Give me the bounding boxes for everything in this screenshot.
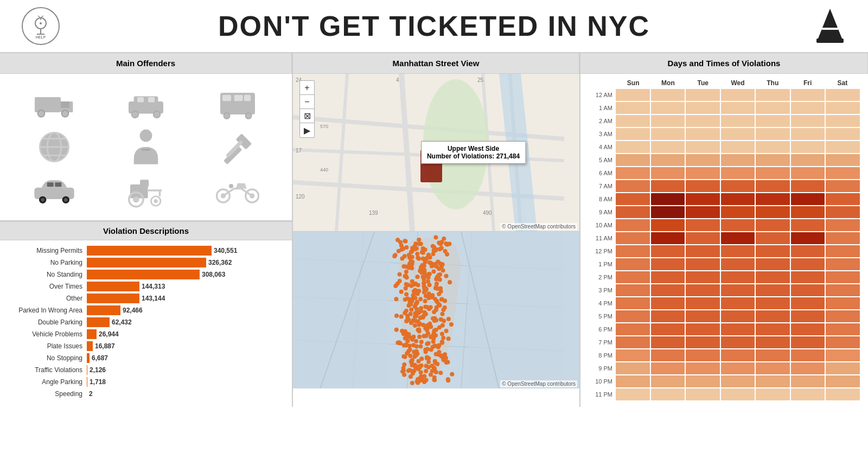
heatmap-cell xyxy=(721,167,755,179)
heatmap-cell xyxy=(651,323,685,335)
heatmap-cell xyxy=(721,245,755,257)
heatmap-cell xyxy=(826,141,860,153)
svg-point-293 xyxy=(413,315,417,319)
svg-point-336 xyxy=(416,328,420,332)
heatmap-day-label: Sat xyxy=(825,79,860,87)
heatmap-cell xyxy=(616,336,650,348)
map-home-button[interactable]: ⊠ xyxy=(300,109,314,123)
svg-rect-23 xyxy=(222,95,231,101)
heatmap-time-label: 12 PM xyxy=(589,248,616,254)
violation-label: Other xyxy=(8,295,87,302)
svg-point-374 xyxy=(426,341,431,346)
violation-row: Other 143,144 xyxy=(8,294,284,303)
heatmap-cell xyxy=(721,154,755,166)
svg-point-43 xyxy=(41,198,44,202)
svg-rect-24 xyxy=(234,95,243,101)
violation-label: Plate Issues xyxy=(8,342,87,350)
zoom-in-button[interactable]: + xyxy=(300,81,314,95)
violation-bar-wrap: 16,887 xyxy=(87,341,284,351)
violation-row: Angle Parking 1,718 xyxy=(8,377,284,387)
heatmap-cell xyxy=(791,193,825,205)
heatmap-cell xyxy=(721,271,755,283)
svg-rect-45 xyxy=(47,182,53,187)
heatmap-cell xyxy=(756,375,790,387)
heatmap-cell xyxy=(616,206,650,218)
svg-point-88 xyxy=(417,238,421,242)
heatmap-row: 1 AM xyxy=(589,102,860,114)
heatmap-time-label: 7 PM xyxy=(589,339,616,346)
heatmap-time-label: 11 AM xyxy=(589,235,616,241)
svg-point-26 xyxy=(224,113,230,119)
svg-rect-21 xyxy=(148,97,155,103)
svg-point-122 xyxy=(443,249,448,253)
svg-point-230 xyxy=(438,286,443,291)
svg-point-232 xyxy=(424,287,429,291)
heatmap-cell xyxy=(756,388,790,400)
svg-text:440: 440 xyxy=(320,167,328,173)
svg-point-140 xyxy=(392,254,397,258)
official-icon xyxy=(124,128,168,166)
heatmap-row: 2 AM xyxy=(589,115,860,127)
violation-row: Parked In Wrong Area 92,466 xyxy=(8,305,284,315)
heatmap-cell xyxy=(791,141,825,153)
heatmap-time-label: 3 AM xyxy=(589,131,616,137)
zoom-out-button[interactable]: − xyxy=(300,95,314,109)
heatmap-cells xyxy=(616,193,860,205)
svg-point-296 xyxy=(423,310,427,315)
heatmap-cells xyxy=(616,115,860,127)
heatmap-cell xyxy=(651,180,685,192)
heatmap-row: 9 PM xyxy=(589,362,860,374)
heatmap-row: 12 PM xyxy=(589,245,860,257)
heatmap-time-label: 1 AM xyxy=(589,105,616,111)
svg-point-341 xyxy=(444,329,449,333)
svg-point-237 xyxy=(416,292,420,296)
heatmap-cell xyxy=(686,271,720,283)
heatmap-cell xyxy=(651,284,685,296)
svg-point-245 xyxy=(418,297,423,301)
svg-point-423 xyxy=(425,356,429,360)
svg-rect-36 xyxy=(142,149,150,151)
svg-point-195 xyxy=(444,274,449,278)
svg-point-357 xyxy=(440,331,444,336)
svg-rect-11 xyxy=(35,97,61,112)
heatmap-cell xyxy=(791,375,825,387)
svg-point-344 xyxy=(425,328,429,332)
map-arrow-button[interactable]: ▶ xyxy=(300,123,314,137)
heatmap-cell xyxy=(756,206,790,218)
heatmap-cells xyxy=(616,310,860,322)
violation-label: Angle Parking xyxy=(8,378,87,386)
heatmap-cell xyxy=(616,245,650,257)
svg-rect-28 xyxy=(220,110,255,112)
heatmap-cell xyxy=(791,245,825,257)
heatmap-cell xyxy=(616,219,650,231)
heatmap-cell xyxy=(686,141,720,153)
heatmap-cell xyxy=(826,349,860,361)
heatmap-row: 12 AM xyxy=(589,89,860,101)
violation-value: 1,718 xyxy=(90,378,106,386)
heatmap-cell xyxy=(651,336,685,348)
svg-rect-48 xyxy=(140,180,149,187)
heatmap-cell xyxy=(651,167,685,179)
heatmap-cell xyxy=(616,115,650,127)
svg-point-226 xyxy=(404,286,408,290)
svg-point-342 xyxy=(400,329,404,333)
heatmap-row: 1 PM xyxy=(589,258,860,270)
svg-point-181 xyxy=(416,275,420,279)
svg-point-304 xyxy=(399,315,404,319)
heatmap-cell xyxy=(826,271,860,283)
svg-rect-46 xyxy=(55,182,61,187)
heatmap-cells xyxy=(616,349,860,361)
heatmap-day-label: Thu xyxy=(755,79,790,87)
violation-value: 340,551 xyxy=(214,247,237,254)
svg-point-367 xyxy=(419,340,424,344)
heatmap-cell xyxy=(756,219,790,231)
heatmap-cell xyxy=(791,362,825,374)
heatmap-day-label: Sun xyxy=(616,79,650,87)
heatmap-cells xyxy=(616,141,860,153)
violation-bar xyxy=(87,341,93,351)
heatmap-cell xyxy=(686,232,720,244)
heatmap-cell xyxy=(721,388,755,400)
page-title: DON'T GET TICKETED IN NYC xyxy=(218,10,650,42)
svg-text:120: 120 xyxy=(296,194,305,200)
svg-point-476 xyxy=(422,380,426,384)
